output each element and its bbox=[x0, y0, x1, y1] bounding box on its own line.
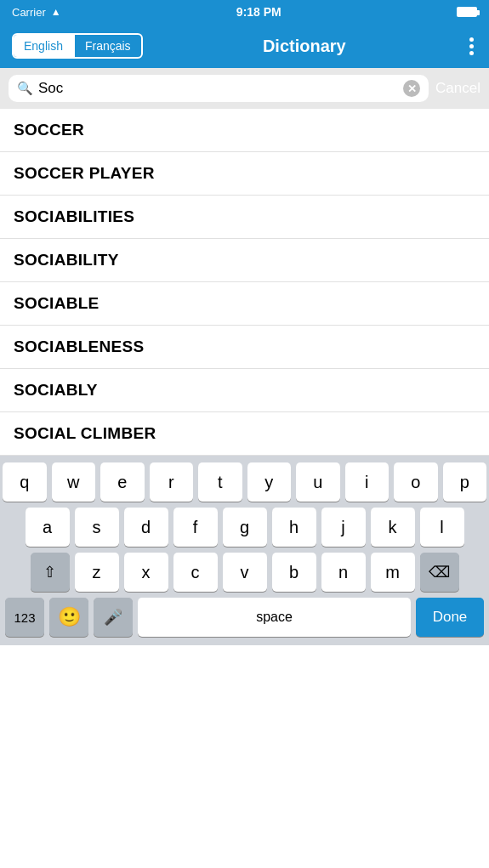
key-m[interactable]: m bbox=[371, 553, 415, 592]
key-z[interactable]: z bbox=[75, 553, 119, 592]
space-key[interactable]: space bbox=[138, 598, 411, 637]
word-list: SOCCER SOCCER PLAYER SOCIABILITIES SOCIA… bbox=[0, 109, 489, 456]
status-bar: Carrier ▲ 9:18 PM bbox=[0, 0, 489, 24]
more-button[interactable] bbox=[466, 34, 477, 59]
keyboard-row-1: q w e r t y u i o p bbox=[3, 462, 486, 502]
key-p[interactable]: p bbox=[443, 462, 487, 502]
key-j[interactable]: j bbox=[321, 508, 366, 547]
status-time: 9:18 PM bbox=[236, 5, 281, 19]
list-item[interactable]: SOCIAL CLIMBER bbox=[0, 412, 489, 456]
list-item[interactable]: SOCIABILITY bbox=[0, 239, 489, 282]
key-n[interactable]: n bbox=[321, 553, 366, 592]
key-a[interactable]: a bbox=[26, 508, 70, 547]
key-y[interactable]: y bbox=[247, 462, 292, 502]
backspace-key[interactable]: ⌫ bbox=[420, 553, 459, 592]
carrier-label: Carrier bbox=[12, 6, 46, 19]
list-item[interactable]: SOCIABLY bbox=[0, 369, 489, 412]
numbers-key[interactable]: 123 bbox=[5, 598, 44, 637]
search-input[interactable] bbox=[38, 80, 398, 97]
clear-button[interactable]: ✕ bbox=[403, 80, 420, 97]
keyboard: q w e r t y u i o p a s d f g h j k l ⇧ … bbox=[0, 456, 489, 645]
key-l[interactable]: l bbox=[420, 508, 464, 547]
microphone-key[interactable]: 🎤 bbox=[94, 598, 133, 637]
shift-key[interactable]: ⇧ bbox=[31, 553, 70, 592]
nav-title: Dictionary bbox=[263, 37, 346, 56]
battery-icon bbox=[457, 7, 477, 17]
key-i[interactable]: i bbox=[345, 462, 389, 502]
lang-francais-button[interactable]: Français bbox=[75, 35, 141, 57]
shift-icon: ⇧ bbox=[43, 563, 56, 582]
status-left: Carrier ▲ bbox=[12, 6, 61, 19]
list-item[interactable]: SOCIABLE bbox=[0, 282, 489, 326]
list-item[interactable]: SOCIABILITIES bbox=[0, 196, 489, 239]
wifi-icon: ▲ bbox=[51, 6, 61, 18]
key-h[interactable]: h bbox=[272, 508, 316, 547]
key-e[interactable]: e bbox=[100, 462, 145, 502]
key-f[interactable]: f bbox=[173, 508, 218, 547]
key-w[interactable]: w bbox=[52, 462, 96, 502]
done-key[interactable]: Done bbox=[416, 598, 484, 637]
key-s[interactable]: s bbox=[75, 508, 119, 547]
nav-bar: English Français Dictionary bbox=[0, 24, 489, 68]
key-r[interactable]: r bbox=[150, 462, 194, 502]
lang-english-button[interactable]: English bbox=[14, 35, 73, 57]
key-u[interactable]: u bbox=[296, 462, 340, 502]
search-input-wrap: 🔍 ✕ bbox=[9, 75, 429, 102]
key-b[interactable]: b bbox=[272, 553, 316, 592]
keyboard-row-4: 123 🙂 🎤 space Done bbox=[3, 598, 486, 637]
cancel-button[interactable]: Cancel bbox=[435, 80, 480, 97]
key-q[interactable]: q bbox=[3, 462, 47, 502]
key-x[interactable]: x bbox=[124, 553, 168, 592]
keyboard-row-2: a s d f g h j k l bbox=[3, 508, 486, 547]
key-t[interactable]: t bbox=[198, 462, 242, 502]
lang-switcher[interactable]: English Français bbox=[12, 33, 143, 59]
key-c[interactable]: c bbox=[173, 553, 218, 592]
key-o[interactable]: o bbox=[394, 462, 438, 502]
key-v[interactable]: v bbox=[223, 553, 267, 592]
search-bar: 🔍 ✕ Cancel bbox=[0, 68, 489, 109]
list-item[interactable]: SOCCER bbox=[0, 109, 489, 152]
keyboard-row-3: ⇧ z x c v b n m ⌫ bbox=[3, 553, 486, 592]
key-g[interactable]: g bbox=[223, 508, 267, 547]
emoji-key[interactable]: 🙂 bbox=[49, 598, 88, 637]
key-d[interactable]: d bbox=[124, 508, 168, 547]
list-item[interactable]: SOCIABLENESS bbox=[0, 326, 489, 369]
list-item[interactable]: SOCCER PLAYER bbox=[0, 152, 489, 196]
key-k[interactable]: k bbox=[371, 508, 415, 547]
search-icon: 🔍 bbox=[17, 81, 33, 96]
backspace-icon: ⌫ bbox=[429, 563, 450, 582]
